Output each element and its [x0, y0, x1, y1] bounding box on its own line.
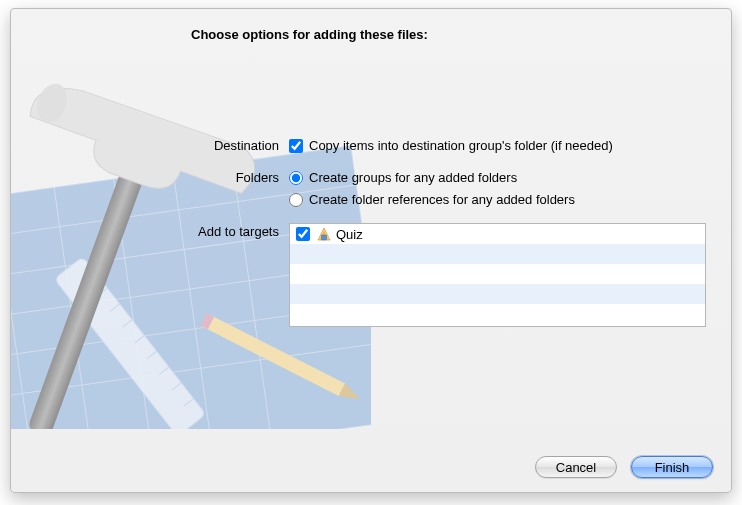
svg-text:PROJECT: APPLICATION.APP: PROJECT: APPLICATION.APP — [11, 426, 205, 429]
create-refs-text: Create folder references for any added f… — [309, 191, 575, 209]
target-row-empty — [290, 264, 705, 284]
folders-label: Folders — [191, 169, 289, 185]
svg-line-20 — [159, 367, 168, 374]
target-checkbox[interactable] — [296, 227, 310, 241]
svg-line-14 — [86, 272, 95, 279]
svg-rect-13 — [54, 257, 206, 429]
copy-items-text: Copy items into destination group's fold… — [309, 137, 613, 155]
target-row[interactable]: Quiz — [290, 224, 705, 244]
svg-line-18 — [135, 335, 144, 342]
destination-label: Destination — [191, 137, 289, 153]
sheet-title: Choose options for adding these files: — [191, 27, 706, 42]
create-groups-radio[interactable] — [289, 171, 303, 185]
svg-line-22 — [184, 399, 193, 406]
copy-items-option[interactable]: Copy items into destination group's fold… — [289, 137, 706, 155]
cancel-button[interactable]: Cancel — [535, 456, 617, 478]
svg-rect-26 — [27, 148, 152, 429]
svg-line-9 — [113, 179, 152, 429]
target-row-empty — [290, 244, 705, 264]
button-bar: Cancel Finish — [535, 456, 713, 478]
svg-line-21 — [172, 383, 181, 390]
svg-point-27 — [32, 80, 72, 127]
target-name: Quiz — [336, 227, 363, 242]
target-row-empty — [290, 284, 705, 304]
svg-marker-24 — [339, 384, 363, 406]
svg-line-16 — [110, 304, 119, 311]
svg-line-19 — [147, 351, 156, 358]
svg-line-7 — [11, 195, 34, 429]
create-refs-option[interactable]: Create folder references for any added f… — [289, 191, 706, 209]
create-groups-text: Create groups for any added folders — [309, 169, 517, 187]
svg-line-8 — [54, 187, 93, 429]
create-groups-option[interactable]: Create groups for any added folders — [289, 169, 706, 187]
svg-line-15 — [98, 288, 107, 295]
copy-items-checkbox[interactable] — [289, 139, 303, 153]
svg-line-6 — [11, 343, 371, 399]
create-refs-radio[interactable] — [289, 193, 303, 207]
svg-line-17 — [123, 320, 132, 327]
svg-rect-30 — [322, 235, 327, 240]
add-files-options-sheet: PROJECT: APPLICATION.APP — [10, 8, 732, 493]
app-target-icon — [316, 226, 332, 242]
targets-label: Add to targets — [191, 223, 289, 239]
finish-button[interactable]: Finish — [631, 456, 713, 478]
targets-list[interactable]: Quiz — [289, 223, 706, 327]
target-row-empty — [290, 304, 705, 324]
